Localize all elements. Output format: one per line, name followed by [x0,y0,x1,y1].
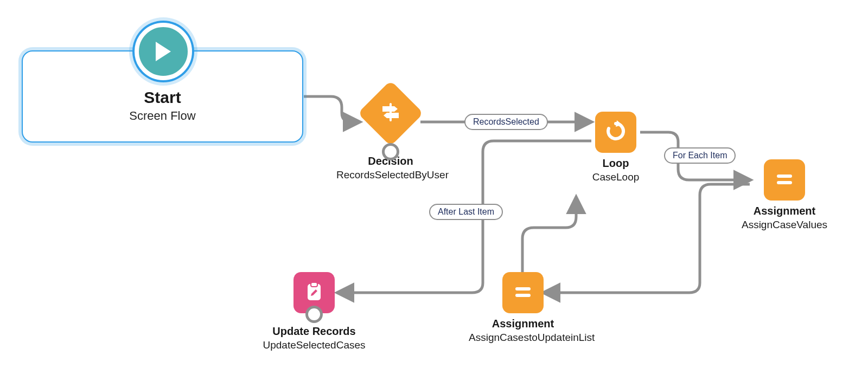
update-records-node[interactable]: Update Records UpdateSelectedCases [260,272,368,352]
assignment-cases-to-update-node[interactable]: Assignment AssignCasestoUpdateinList [469,272,577,345]
loop-title: Loop [572,157,659,170]
play-icon[interactable] [135,23,192,80]
clipboard-edit-icon [302,280,326,306]
start-subtitle: Screen Flow [129,109,195,123]
loop-square [595,112,636,153]
assignment2-title: Assignment [469,318,577,330]
svg-rect-0 [390,103,392,121]
loop-icon [604,119,628,145]
equals-icon [511,280,535,306]
assignment2-subtitle: AssignCasestoUpdateinList [469,331,577,345]
connector-label-records-selected: RecordsSelected [464,114,548,130]
loop-node[interactable]: Loop CaseLoop [572,112,659,184]
assignment1-title: Assignment [730,205,839,217]
svg-rect-6 [311,282,317,287]
connector-label-for-each: For Each Item [664,147,736,164]
svg-rect-3 [515,287,531,290]
signpost-icon [378,100,403,127]
equals-icon [773,167,796,193]
decision-diamond [358,80,424,146]
assignment1-subtitle: AssignCaseValues [730,218,839,232]
decision-node[interactable]: Decision RecordsSelectedByUser [336,90,445,182]
flow-canvas: RecordsSelected For Each Item After Last… [0,0,868,381]
assignment-square [764,159,805,201]
connector-label-after-last: After Last Item [429,204,503,220]
assignment-case-values-node[interactable]: Assignment AssignCaseValues [730,159,839,232]
svg-rect-4 [515,294,531,297]
decision-subtitle: RecordsSelectedByUser [336,169,445,182]
svg-rect-2 [777,181,792,184]
assignment-square-2 [502,272,544,313]
svg-rect-1 [777,175,792,178]
loop-subtitle: CaseLoop [572,171,659,184]
start-title: Start [144,88,181,107]
update-subtitle: UpdateSelectedCases [260,339,368,352]
update-title: Update Records [260,325,368,338]
fault-connector-handle[interactable] [382,143,399,160]
fault-connector-handle-update[interactable] [305,306,323,323]
